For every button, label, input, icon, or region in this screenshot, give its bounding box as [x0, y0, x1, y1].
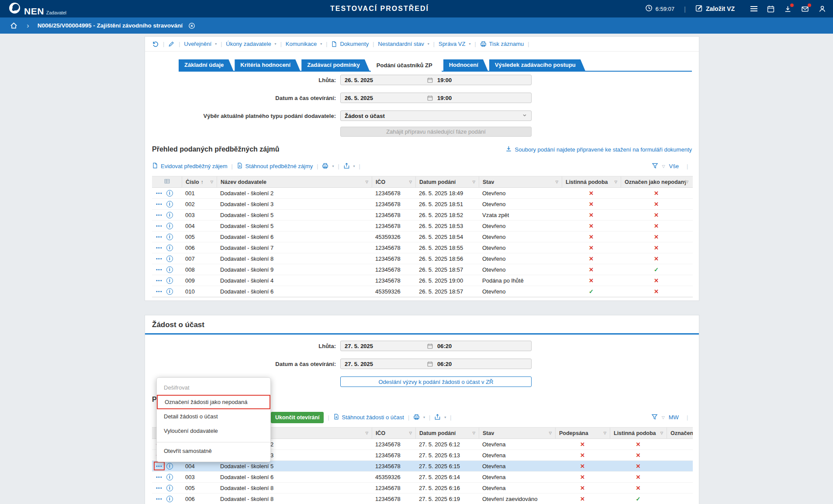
finish-opening-button[interactable]: Ukončit otevírání	[271, 412, 324, 423]
messages-icon[interactable]	[801, 5, 809, 13]
row-actions-icon[interactable]: •••	[156, 256, 162, 261]
row-info-icon[interactable]: i	[166, 212, 173, 218]
toolbar-link-kony-zadavatele[interactable]: Úkony zadavatele▾	[226, 41, 276, 47]
row-actions-icon[interactable]: •••	[156, 289, 162, 293]
column-header-listinn-podoba[interactable]: Listinná podoba▽	[562, 176, 621, 187]
column-header-i-o[interactable]: IČO▽	[372, 428, 415, 438]
print-button[interactable]: ▾	[322, 162, 334, 170]
request-deadline-field[interactable]: 27. 5. 2025 06:20	[340, 341, 532, 351]
row-info-icon[interactable]: i	[166, 234, 173, 240]
row-info-icon[interactable]: i	[166, 190, 173, 197]
deadline-date-value[interactable]: 26. 5. 2025	[341, 77, 427, 83]
filter-caret-icon[interactable]: ▽	[473, 431, 475, 435]
table-row[interactable]: •••i009Dodavatel - školení 41234567826. …	[152, 275, 693, 286]
request-deadline-time[interactable]: 06:20	[437, 343, 452, 349]
table-row[interactable]: •••i003Dodavatel - školení 51234567826. …	[152, 210, 693, 221]
row-actions-icon[interactable]: •••	[156, 464, 162, 468]
filter-funnel-icon[interactable]	[651, 414, 658, 421]
table-row[interactable]: •••i004Dodavatel - školení 51234567826. …	[152, 221, 693, 231]
column-header-i-o[interactable]: IČO▽	[372, 176, 415, 187]
row-info-icon[interactable]: i	[166, 245, 173, 251]
toolbar-link-komunikace[interactable]: Komunikace▾	[286, 41, 322, 47]
tab-krit-ria-hodnocen[interactable]: Kritéria hodnocení	[235, 59, 300, 71]
create-vz-button[interactable]: Založit VZ	[695, 4, 735, 14]
register-interest-link[interactable]: Evidovat předběžný zájem	[152, 162, 227, 170]
row-info-icon[interactable]: i	[166, 201, 173, 207]
tab-hodnocen[interactable]: Hodnocení	[443, 59, 488, 71]
tab-pod-n-astn-k-zp[interactable]: Podání účastníků ZP	[371, 59, 442, 72]
toolbar-link-dokumenty[interactable]: Dokumenty	[331, 41, 369, 47]
row-actions-icon[interactable]: •••	[156, 278, 162, 283]
nen-logo[interactable]: NEN Zadavatel	[9, 2, 66, 16]
close-record-icon[interactable]	[188, 22, 195, 29]
filter-caret-icon[interactable]: ▽	[366, 180, 368, 184]
downloads-icon[interactable]	[784, 5, 792, 13]
back-icon[interactable]	[152, 41, 159, 48]
table-row[interactable]: •••i010Dodavatel - školení 64535932626. …	[152, 286, 693, 297]
deadline-time-value[interactable]: 19:00	[437, 77, 452, 83]
filter-caret-icon[interactable]: ▽	[366, 431, 368, 435]
table-row[interactable]: •••i004Dodavatel - školení 51234567827. …	[152, 461, 693, 472]
column-header-ozna-en-jako-nepodan[interactable]: Označen jako nepodaný▽	[667, 428, 693, 438]
menu-item-ozna-en-dosti-jako-nepodan[interactable]: Označení žádosti jako nepodaná	[157, 395, 270, 409]
table-row[interactable]: •••i001Dodavatel - školení 21234567826. …	[152, 188, 693, 199]
row-info-icon[interactable]: i	[166, 474, 173, 480]
column-header-listinn-podoba[interactable]: Listinná podoba▽	[610, 428, 667, 438]
filter-caret-icon[interactable]: ▽	[549, 431, 552, 435]
print-button[interactable]: ▾	[413, 414, 425, 421]
toolbar-link-uve-ejn-n[interactable]: Uveřejnění▾	[184, 41, 217, 47]
menu-hamburger-icon[interactable]	[750, 6, 757, 11]
filter-caret-icon[interactable]: ▽	[409, 180, 412, 184]
filter-caret-icon[interactable]: ▽	[615, 180, 617, 184]
opening-time-value[interactable]: 19:00	[437, 95, 452, 101]
row-actions-icon[interactable]: •••	[156, 202, 162, 206]
chevron-down-icon[interactable]: ▾	[444, 415, 446, 419]
filter-caret-icon[interactable]: ▽	[409, 431, 412, 435]
export-button[interactable]: ▾	[434, 414, 446, 421]
row-actions-icon[interactable]: •••	[156, 497, 162, 501]
tab-zad-vac-podm-nky[interactable]: Zadávací podmínky	[301, 59, 370, 71]
column-header-stav[interactable]: Stav▽	[479, 428, 555, 438]
menu-item-detail-dosti-o-ast[interactable]: Detail žádosti o účast	[157, 409, 270, 424]
table-row[interactable]: •••i006Dodavatel - školení 71234567826. …	[152, 242, 693, 253]
row-actions-icon[interactable]: •••	[156, 191, 162, 195]
filter-caret-icon[interactable]: ▽	[660, 431, 663, 435]
column-header-datum-pod-n[interactable]: Datum podání▽	[415, 428, 479, 438]
toolbar-link-nestandardn-stav[interactable]: Nestandardní stav▾	[378, 41, 429, 47]
calendar-picker-icon[interactable]	[427, 361, 433, 367]
request-opening-date[interactable]: 27. 5. 2025	[341, 361, 427, 367]
request-filter-value[interactable]: MW	[669, 414, 679, 421]
filter-caret-icon[interactable]: ▽	[604, 431, 606, 435]
calendar-picker-icon[interactable]	[427, 95, 433, 101]
deadline-datetime-field[interactable]: 26. 5. 2025 19:00	[340, 75, 532, 85]
column-header-podeps-na[interactable]: Podepsána▽	[555, 428, 610, 438]
row-actions-icon[interactable]: •••	[156, 267, 162, 272]
request-opening-time[interactable]: 06:20	[437, 361, 452, 367]
menu-item-otev-t-samostatn[interactable]: Otevřít samostatně	[157, 444, 270, 458]
row-actions-icon[interactable]: •••	[156, 213, 162, 217]
row-info-icon[interactable]: i	[166, 223, 173, 229]
column-header-stav[interactable]: Stav▽	[479, 176, 562, 187]
toolbar-link-tisk-z-znamu[interactable]: Tisk záznamu	[480, 41, 524, 47]
send-invitation-button[interactable]: Odeslání výzvy k podání žádosti o účast …	[340, 376, 532, 387]
row-actions-icon[interactable]: •••	[156, 486, 162, 490]
table-row[interactable]: •••i005Dodavatel - školení 81234567827. …	[152, 483, 693, 494]
table-row[interactable]: •••i006Dodavatel - školení 81234567827. …	[152, 494, 693, 504]
column-header-datum-pod-n[interactable]: Datum podání▽	[415, 176, 479, 187]
opening-datetime-field[interactable]: 26. 5. 2025 19:00	[340, 93, 532, 103]
chevron-down-icon[interactable]: ▾	[332, 164, 334, 168]
filter-funnel-icon[interactable]	[652, 162, 658, 170]
chevron-down-icon[interactable]: ▾	[353, 164, 355, 168]
submission-files-link[interactable]: Soubory podání najdete připravené ke sta…	[505, 145, 692, 153]
row-info-icon[interactable]: i	[166, 277, 173, 284]
column-header-ozna-en-jako-nepodan[interactable]: Označen jako nepodaný▽	[621, 176, 692, 187]
row-info-icon[interactable]: i	[166, 288, 173, 295]
row-actions-icon[interactable]: •••	[156, 224, 162, 228]
tab-z-kladn-daje[interactable]: Základní údaje	[179, 59, 233, 71]
download-requests-link[interactable]: Stáhnout žádosti o účast	[333, 414, 404, 421]
tab-v-sledek-zad-vac-ho-postupu[interactable]: Výsledek zadávacího postupu	[489, 59, 585, 71]
download-interests-link[interactable]: Stáhnout předběžné zájmy	[237, 162, 313, 170]
edit-record-icon[interactable]	[168, 41, 175, 47]
user-profile-icon[interactable]	[819, 5, 826, 13]
filter-caret-icon[interactable]: ▽	[473, 180, 475, 184]
